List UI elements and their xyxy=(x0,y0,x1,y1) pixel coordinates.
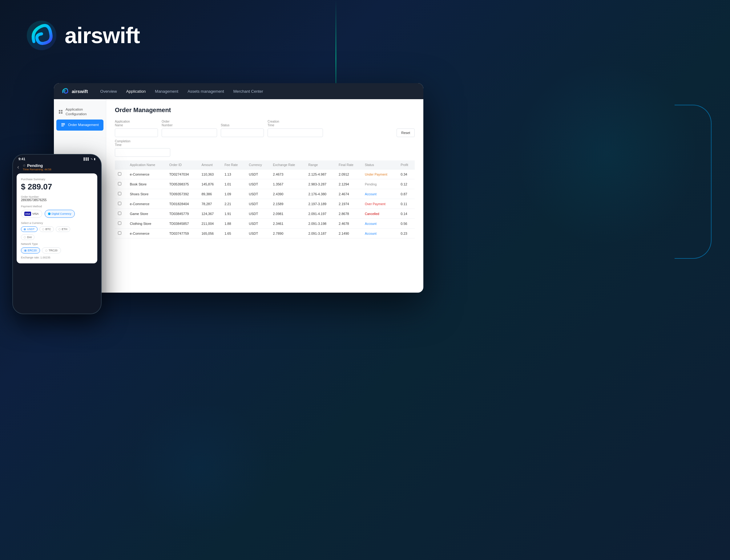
table-row[interactable]: Game Store TD03845779 124,367 1.91 USDT … xyxy=(115,209,415,219)
payment-method-label: Payment Method xyxy=(21,205,93,208)
cell-range: 2.176-4.380 xyxy=(306,189,336,199)
cell-profit: 0.56 xyxy=(397,219,415,229)
cell-checkbox xyxy=(115,209,127,219)
svg-rect-1 xyxy=(59,110,60,112)
radio-eth xyxy=(59,228,61,230)
order-number-label: Order Number: xyxy=(21,195,93,198)
pending-label: Pending xyxy=(27,163,43,168)
cell-order-id: TD09357392 xyxy=(166,189,199,199)
cell-exchange-rate: 2.1589 xyxy=(270,199,306,209)
cell-exchange-rate: 2.3461 xyxy=(270,219,306,229)
table-row[interactable]: Book Store TD05398375 145,876 1.01 USDT … xyxy=(115,179,415,189)
cell-range: 2.091-3.198 xyxy=(306,219,336,229)
digital-label: Digital Currency xyxy=(52,212,71,215)
page-title: Order Management xyxy=(115,107,415,114)
payment-option-digital[interactable]: Digital Currency xyxy=(45,210,75,218)
th-currency: Currency xyxy=(246,160,270,169)
brand-icon xyxy=(25,18,59,52)
cell-profit: 0.23 xyxy=(397,229,415,238)
filter-status: Status xyxy=(221,124,264,137)
table-row[interactable]: e-Commerce TD03747759 165,056 1.65 USDT … xyxy=(115,229,415,238)
eth-label: ETH xyxy=(62,228,67,231)
cell-range: 2.091-3.187 xyxy=(306,229,336,238)
cell-range: 2.091-4.197 xyxy=(306,209,336,219)
filter-order-number-input[interactable] xyxy=(162,128,217,137)
cell-fee-rate: 1.88 xyxy=(221,219,246,229)
table-row[interactable]: e-Commerce TD02747034 110,363 1.13 USDT … xyxy=(115,169,415,179)
row-checkbox[interactable] xyxy=(118,172,121,176)
filter-app-name: ApplicationName xyxy=(115,120,158,137)
row-checkbox[interactable] xyxy=(118,182,121,185)
order-table: Application Name Order ID Amount Fee Rat… xyxy=(115,160,415,238)
cell-amount: 124,367 xyxy=(198,209,221,219)
network-erc20[interactable]: ERC20 xyxy=(21,247,40,254)
currency-option-dai[interactable]: DAI xyxy=(21,234,34,240)
currency-option-eth[interactable]: ETH xyxy=(56,226,70,232)
nav-overview[interactable]: Overview xyxy=(100,89,117,94)
filter-creation-time-input[interactable] xyxy=(268,128,323,137)
svg-rect-3 xyxy=(59,112,60,114)
filter-app-name-input[interactable] xyxy=(115,128,158,137)
table-row[interactable]: Shoes Store TD09357392 89,386 1.09 USDT … xyxy=(115,189,415,199)
usdt-label: USDT xyxy=(27,228,35,231)
radio-usdt xyxy=(24,228,26,230)
mobile-status-bar: 9:41 ▌▌▌ ∿ ▮ xyxy=(13,155,101,162)
row-checkbox[interactable] xyxy=(118,192,121,195)
filter-order-number-label: OrderNumber xyxy=(162,120,217,127)
network-label: Network Type xyxy=(21,242,93,246)
dai-label: DAI xyxy=(27,236,32,239)
th-range: Range xyxy=(306,160,336,169)
cell-status: Under Payment xyxy=(362,169,397,179)
th-order-id: Order ID xyxy=(166,160,199,169)
cell-checkbox xyxy=(115,219,127,229)
filter-completion-time-input[interactable] xyxy=(115,148,170,157)
cell-fee-rate: 2.21 xyxy=(221,199,246,209)
filter-creation-time-label: CreationTime xyxy=(268,120,323,127)
row-checkbox[interactable] xyxy=(118,221,121,225)
sidebar-app-config-label: Application Configuration xyxy=(66,107,102,116)
th-amount: Amount xyxy=(198,160,221,169)
nav-merchant-center[interactable]: Merchant Center xyxy=(233,89,263,94)
row-checkbox[interactable] xyxy=(118,202,121,205)
sidebar-item-app-config[interactable]: Application Configuration xyxy=(54,104,106,120)
nav-logo-icon xyxy=(61,87,69,95)
nav-management[interactable]: Management xyxy=(155,89,178,94)
cell-order-id: TD03845779 xyxy=(166,209,199,219)
back-button[interactable]: ‹ xyxy=(17,164,19,170)
table-row[interactable]: Clothing Store TD03845857 211,004 1.88 U… xyxy=(115,219,415,229)
nav-application[interactable]: Application xyxy=(126,89,146,94)
nav-assets-management[interactable]: Assets management xyxy=(188,89,224,94)
table-row[interactable]: e-Commerce TD01828404 78,287 2.21 USDT 2… xyxy=(115,199,415,209)
order-icon xyxy=(61,123,66,128)
wifi-icon: ∿ xyxy=(91,157,93,160)
brand-name: airswift xyxy=(65,23,140,48)
cell-currency: USDT xyxy=(246,209,270,219)
btc-label: BTC xyxy=(46,228,51,231)
row-checkbox[interactable] xyxy=(118,212,121,215)
currency-option-usdt[interactable]: USDT xyxy=(21,226,38,232)
cell-final-rate: 2.4674 xyxy=(336,189,362,199)
row-checkbox[interactable] xyxy=(118,231,121,235)
filter-row: ApplicationName OrderNumber Status Creat… xyxy=(115,120,415,137)
main-content: Order Management ApplicationName OrderNu… xyxy=(106,99,423,293)
payment-option-visa[interactable]: VISA VISA xyxy=(21,210,42,218)
svg-rect-5 xyxy=(61,123,65,124)
browser-mockup: airswift Overview Application Management… xyxy=(54,83,423,293)
currency-option-btc[interactable]: BTC xyxy=(39,226,54,232)
cell-app: e-Commerce xyxy=(127,229,166,238)
sidebar-item-order-management[interactable]: Order Management xyxy=(56,120,103,131)
visa-icon: VISA xyxy=(24,212,31,216)
cell-status: Account xyxy=(362,219,397,229)
cell-order-id: TD05398375 xyxy=(166,179,199,189)
cell-final-rate: 2.1294 xyxy=(336,179,362,189)
cell-amount: 211,004 xyxy=(198,219,221,229)
cell-checkbox xyxy=(115,169,127,179)
order-number-value: 289395738576255 xyxy=(21,198,93,202)
cell-fee-rate: 1.09 xyxy=(221,189,246,199)
filter-status-input[interactable] xyxy=(221,128,264,137)
network-trc20[interactable]: TRC20 xyxy=(42,247,61,254)
reset-button[interactable]: Reset xyxy=(396,128,415,137)
digital-currency-icon xyxy=(48,213,51,215)
filter-order-number: OrderNumber xyxy=(162,120,217,137)
cell-app: Book Store xyxy=(127,179,166,189)
